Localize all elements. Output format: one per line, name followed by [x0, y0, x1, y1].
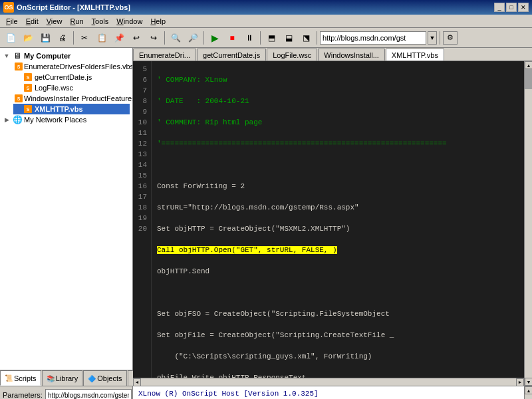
copy-button[interactable]: 📋	[94, 31, 110, 45]
find-button[interactable]: 🔍	[168, 31, 184, 45]
step-into-button[interactable]: ⬒	[263, 31, 279, 45]
tab-logfile[interactable]: LogFile.wsc	[267, 49, 317, 61]
output-scrollbar[interactable]: ▲ ▼	[524, 386, 532, 399]
file-tree: ▼ 🖥 My Computer S EnumerateDrivesFolders…	[0, 48, 132, 370]
print-button[interactable]: 🖨	[55, 31, 70, 45]
code-line-7: ' COMMENT: Rip html page	[157, 117, 519, 128]
code-line-10: Const ForWriting = 2	[157, 181, 519, 192]
stop-button[interactable]: ■	[224, 31, 240, 45]
tree-root-computer[interactable]: ▼ 🖥 My Computer	[3, 51, 130, 61]
script-icon: S	[15, 94, 23, 103]
expand-icon: ▶	[3, 116, 11, 123]
sep5	[317, 31, 317, 45]
tree-item-windows-installer[interactable]: S WindowsInstaller ProductFeatures.vbs	[13, 93, 130, 104]
cut-button[interactable]: ✂	[76, 31, 92, 45]
params-input[interactable]	[45, 389, 132, 399]
code-line-6: ' DATE : 2004-10-21	[157, 96, 519, 106]
params-label: Parameters:	[3, 391, 43, 399]
tab-getdate[interactable]: getCurrentDate.js	[197, 49, 266, 61]
code-line-16: Set objFSO = CreateObject("Scripting.Fil…	[157, 309, 519, 319]
tab-objects-label: Objects	[97, 374, 122, 382]
step-out-button[interactable]: ⬔	[298, 31, 314, 45]
tab-library[interactable]: 📚 Library	[42, 370, 83, 386]
tree-item-enumerate[interactable]: S EnumerateDrivesFoldersFiles.vbs	[13, 61, 130, 72]
new-button[interactable]: 📄	[3, 31, 19, 45]
menu-edit[interactable]: Edit	[23, 17, 42, 26]
output-scroll-track[interactable]	[525, 394, 532, 399]
script-icon: S	[15, 62, 23, 71]
menu-file[interactable]: File	[3, 17, 21, 26]
menu-window[interactable]: Window	[113, 17, 146, 26]
script-icon: S	[23, 104, 33, 114]
toolbar: 📄 📂 💾 🖨 ✂ 📋 📌 ↩ ↪ 🔍 🔎 ▶ ■ ⏸ ⬒ ⬓ ⬔ ▼ ⚙	[0, 28, 532, 48]
paste-button[interactable]: 📌	[111, 31, 127, 45]
code-line-17: Set objFile = CreateObject("Scripting.Cr…	[157, 330, 519, 340]
editor-tabs: EnumerateDri... getCurrentDate.js LogFil…	[133, 48, 532, 61]
menu-run[interactable]: Run	[66, 17, 86, 26]
left-panel: ▼ 🖥 My Computer S EnumerateDrivesFolders…	[0, 48, 133, 386]
tab-enumerate[interactable]: EnumerateDri...	[133, 49, 196, 61]
maximize-button[interactable]: □	[506, 3, 517, 12]
options-button[interactable]: ⚙	[443, 31, 458, 45]
h-scroll-track[interactable]	[141, 378, 516, 386]
scroll-up-button[interactable]: ▲	[525, 61, 532, 69]
menu-tools[interactable]: Tools	[88, 17, 112, 26]
params-row: Parameters: ▼	[3, 389, 130, 399]
network-label: My Network Places	[24, 116, 86, 124]
computer-icon: 🖥	[12, 51, 23, 61]
run-button[interactable]: ▶	[207, 31, 223, 45]
save-button[interactable]: 💾	[37, 31, 53, 45]
code-line-8: '=======================================…	[157, 138, 519, 149]
tab-scripts[interactable]: 📜 Scripts	[0, 370, 41, 386]
left-tabs: 📜 Scripts 📚 Library 🔷 Objects ❓ Helps	[0, 370, 132, 386]
undo-button[interactable]: ↩	[128, 31, 144, 45]
tree-item-xmlhttp[interactable]: S XMLHTTP.vbs	[13, 104, 130, 114]
line-numbers: 5 6 7 8 9 10 11 12 13 14 15 16 17 18	[133, 61, 152, 386]
bottom-left-panel: Parameters: ▼ Keep running Run in separa…	[0, 386, 133, 399]
scroll-track[interactable]	[525, 69, 532, 378]
code-line-13: Call objHTTP.Open("GET", strURL, FALSE, …	[157, 245, 519, 255]
tree-item-logfile[interactable]: S LogFile.wsc	[13, 82, 130, 93]
code-editor[interactable]: 5 6 7 8 9 10 11 12 13 14 15 16 17 18	[133, 61, 532, 386]
tree-children: S EnumerateDrivesFoldersFiles.vbs S getC…	[3, 61, 130, 114]
titlebar-title: OnScript Editor - [XMLHTTP.vbs]	[17, 3, 130, 11]
code-line-11: strURL="http://blogs.msdn.com/gstemp/Rss…	[157, 202, 519, 213]
vertical-scrollbar[interactable]: ▲ ▼	[524, 61, 532, 386]
tab-objects[interactable]: 🔷 Objects	[83, 370, 126, 386]
close-button[interactable]: ✕	[518, 3, 529, 12]
replace-button[interactable]: 🔎	[185, 31, 201, 45]
titlebar-buttons[interactable]: _ □ ✕	[494, 3, 529, 12]
code-content[interactable]: ' COMPANY: XLnow ' DATE : 2004-10-21 ' C…	[152, 61, 524, 386]
minimize-button[interactable]: _	[494, 3, 505, 12]
open-button[interactable]: 📂	[20, 31, 36, 45]
code-line-18: ("C:\Scripts\scripting_guys.xml", ForWri…	[157, 351, 519, 362]
scroll-right-button[interactable]: ►	[516, 378, 524, 386]
url-input[interactable]	[320, 31, 426, 45]
tab-windowsinstall[interactable]: WindowsInstall...	[318, 49, 385, 61]
output-scroll-up[interactable]: ▲	[525, 386, 532, 394]
menu-help[interactable]: Help	[147, 17, 169, 26]
tree-item-getdate[interactable]: S getCurrentDate.js	[13, 72, 130, 82]
bottom-section: Parameters: ▼ Keep running Run in separa…	[0, 386, 532, 399]
scroll-down-button[interactable]: ▼	[525, 378, 532, 386]
script-icon: S	[23, 72, 33, 82]
network-icon: 🌐	[12, 115, 23, 124]
menu-view[interactable]: View	[43, 17, 66, 26]
tree-network[interactable]: ▶ 🌐 My Network Places	[3, 114, 130, 125]
app-icon: OS	[3, 2, 14, 13]
titlebar: OS OnScript Editor - [XMLHTTP.vbs] _ □ ✕	[0, 0, 532, 15]
file-label: XMLHTTP.vbs	[35, 105, 83, 113]
output-row: XLnow (R) OnScript Host [Version 1.0.325…	[133, 386, 532, 399]
sep6	[440, 31, 440, 45]
code-line-14: objHTTP.Send	[157, 266, 519, 277]
tab-xmlhttp[interactable]: XMLHTTP.vbs	[386, 49, 444, 61]
sep3	[203, 31, 204, 45]
scroll-thumb[interactable]	[525, 69, 532, 89]
url-dropdown[interactable]: ▼	[428, 31, 437, 45]
scroll-left-button[interactable]: ◄	[133, 378, 141, 386]
step-over-button[interactable]: ⬓	[281, 31, 297, 45]
horizontal-scrollbar[interactable]: ◄ ►	[133, 378, 524, 386]
pause-button[interactable]: ⏸	[241, 31, 257, 45]
file-label: WindowsInstaller ProductFeatures.vbs	[24, 94, 132, 102]
redo-button[interactable]: ↪	[146, 31, 162, 45]
